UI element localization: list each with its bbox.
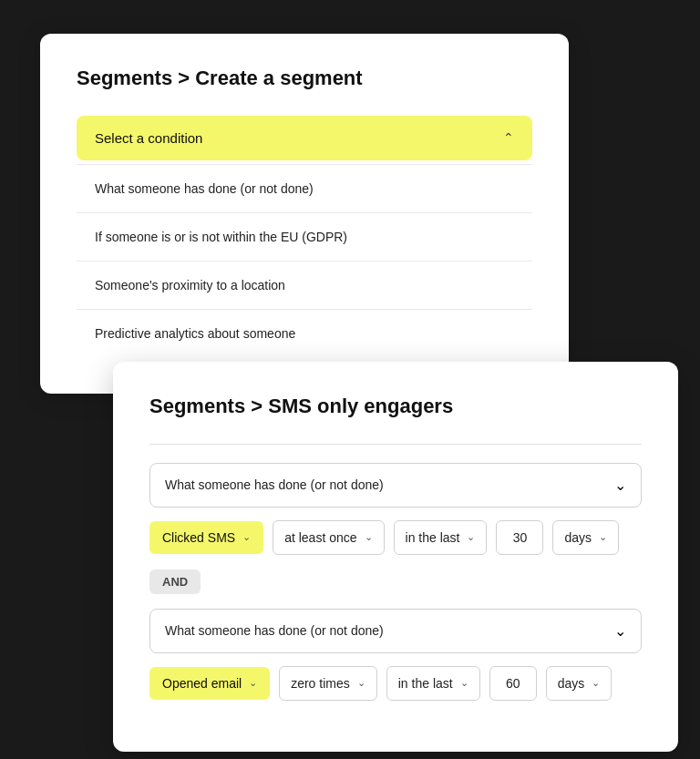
condition1-label: What someone has done (or not done): [165, 477, 384, 492]
unit1-select[interactable]: days ⌄: [552, 520, 619, 555]
opened-email-tag[interactable]: Opened email ⌄: [149, 667, 270, 700]
menu-item-what-done[interactable]: What someone has done (or not done): [77, 165, 532, 213]
condition2-label: What someone has done (or not done): [165, 623, 384, 638]
menu-item-predictive[interactable]: Predictive analytics about someone: [77, 310, 532, 357]
condition1-filter-row: Clicked SMS ⌄ at least once ⌄ in the las…: [149, 520, 642, 555]
unit2-select[interactable]: days ⌄: [546, 666, 612, 701]
sms-engagers-card: Segments > SMS only engagers What someon…: [113, 362, 678, 752]
select-condition-dropdown[interactable]: Select a condition ⌃: [77, 116, 532, 160]
condition-menu-list: What someone has done (or not done) If s…: [77, 164, 532, 357]
chevron-up-icon: ⌃: [503, 130, 514, 145]
front-card-title: Segments > SMS only engagers: [149, 395, 642, 418]
unit1-chevron-icon: ⌄: [599, 531, 607, 543]
menu-item-gdpr[interactable]: If someone is or is not within the EU (G…: [77, 213, 532, 262]
time-period1-chevron-icon: ⌄: [467, 531, 475, 543]
unit2-chevron-icon: ⌄: [592, 677, 600, 689]
create-segment-card: Segments > Create a segment Select a con…: [40, 34, 569, 394]
frequency2-chevron-icon: ⌄: [357, 677, 365, 689]
time-period2-chevron-icon: ⌄: [460, 677, 468, 689]
menu-item-proximity[interactable]: Someone's proximity to a location: [77, 262, 532, 310]
opened-email-chevron-icon: ⌄: [249, 677, 257, 689]
number1-input[interactable]: 30: [496, 520, 543, 555]
time-period2-select[interactable]: in the last ⌄: [386, 666, 480, 701]
number2-input[interactable]: 60: [489, 666, 537, 701]
time-period1-select[interactable]: in the last ⌄: [394, 520, 488, 555]
and-badge: AND: [149, 569, 201, 594]
frequency2-select[interactable]: zero times ⌄: [279, 666, 377, 701]
back-card-title: Segments > Create a segment: [77, 67, 532, 90]
condition2-filter-row: Opened email ⌄ zero times ⌄ in the last …: [149, 666, 642, 701]
card-divider: [149, 444, 642, 445]
condition1-chevron-icon: ⌄: [614, 477, 626, 494]
select-condition-label: Select a condition: [95, 130, 202, 146]
condition2-chevron-icon: ⌄: [614, 622, 626, 640]
clicked-sms-chevron-icon: ⌄: [242, 531, 251, 543]
condition2-dropdown[interactable]: What someone has done (or not done) ⌄: [149, 609, 642, 653]
frequency1-chevron-icon: ⌄: [365, 531, 373, 543]
condition1-dropdown[interactable]: What someone has done (or not done) ⌄: [149, 463, 642, 508]
frequency1-select[interactable]: at least once ⌄: [273, 520, 384, 555]
clicked-sms-tag[interactable]: Clicked SMS ⌄: [149, 521, 263, 554]
